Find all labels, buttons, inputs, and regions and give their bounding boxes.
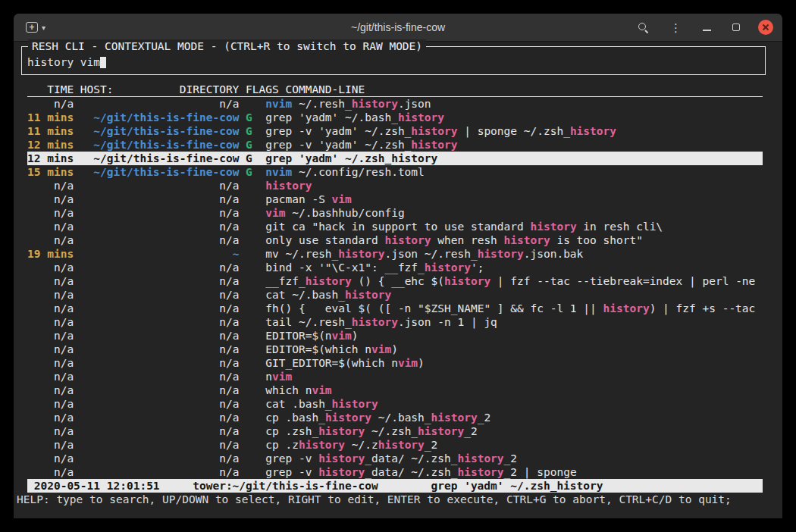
minimize-icon — [703, 30, 711, 31]
minimize-button[interactable] — [700, 20, 714, 34]
row-gap — [239, 371, 246, 383]
row-command-segment: () { __ehc $( — [352, 275, 444, 287]
row-gap — [239, 221, 246, 233]
history-row[interactable]: n/a n/a grep -v history_data/ ~/.zsh_his… — [27, 465, 763, 479]
row-command-segment: _2 — [504, 452, 517, 465]
row-time: n/a — [27, 193, 74, 205]
row-time: n/a — [27, 289, 74, 301]
row-gap — [74, 466, 80, 478]
history-row[interactable]: n/a n/a nvim — [27, 370, 763, 383]
history-row[interactable]: n/a n/a git ca "hack in support to use s… — [27, 220, 763, 233]
row-command-segment: grep -v 'yadm' ~/.zsh_ — [265, 139, 411, 151]
row-time: n/a — [27, 357, 74, 369]
history-row[interactable]: n/a n/a cp .zsh_history ~/.zsh_history_2 — [27, 424, 763, 438]
history-row[interactable]: n/a n/a only use standard history when r… — [27, 233, 763, 247]
close-button[interactable] — [758, 20, 773, 35]
history-row[interactable]: n/a n/a which nvim — [27, 383, 763, 397]
row-gap — [239, 139, 246, 151]
row-time: n/a — [27, 261, 74, 274]
row-flags — [246, 316, 265, 328]
row-gap — [74, 384, 80, 396]
row-command-segment: in resh cli\ — [577, 221, 663, 233]
history-row[interactable]: n/a n/a history — [27, 179, 763, 192]
row-command-segment: | sponge ~/.zsh_ — [457, 125, 569, 137]
restore-button[interactable] — [729, 20, 743, 34]
history-row[interactable]: n/a n/a pacman -S vim — [27, 192, 763, 206]
history-row[interactable]: n/a n/a fh() { eval $( ([ -n "$ZSH_NAME"… — [27, 302, 763, 315]
row-gap — [74, 166, 80, 178]
row-time: n/a — [27, 275, 74, 287]
row-host-directory: ~/git/this-is-fine-cow — [80, 139, 240, 151]
search-query-text: history vim — [27, 56, 100, 68]
new-tab-button[interactable]: + ▾ — [23, 19, 49, 36]
history-row[interactable]: n/a n/a tail ~/.resh_history.json -n 1 |… — [27, 315, 763, 329]
row-host-directory: n/a — [80, 412, 240, 424]
search-icon — [637, 21, 649, 33]
menu-button[interactable]: ⋮ — [667, 19, 685, 36]
row-host-directory: n/a — [80, 98, 240, 110]
row-command-segment: git ca "hack in support to use standard — [265, 221, 530, 233]
row-gap — [239, 166, 246, 178]
history-row[interactable]: 15 mins ~/git/this-is-fine-cow G nvim ~/… — [27, 165, 763, 179]
row-flags — [246, 452, 265, 465]
row-command-segment: history — [345, 289, 391, 301]
history-row[interactable]: n/a n/a grep -v history_data/ ~/.zsh_his… — [27, 452, 763, 465]
row-gap — [239, 98, 246, 110]
row-command-segment: history — [338, 248, 384, 260]
row-command-segment: history — [478, 248, 524, 260]
row-command-segment: history — [325, 412, 371, 424]
row-command-segment: fh() { eval $( ([ -n "$ZSH_NAME" ] && fc… — [265, 302, 603, 315]
history-row[interactable]: 11 mins ~/git/this-is-fine-cow G grep -v… — [27, 124, 763, 138]
row-command-segment: GIT_EDITOR=$(which n — [265, 357, 398, 369]
row-flags — [246, 261, 265, 274]
row-command-segment: vim — [312, 384, 331, 396]
history-row[interactable]: n/a n/a __fzf_history () { __ehc $(histo… — [27, 274, 763, 288]
row-gap — [74, 139, 80, 151]
history-row[interactable]: n/a n/a vim ~/.bashhub/config — [27, 206, 763, 220]
resh-mode-title: RESH CLI - CONTEXTUAL MODE - (CTRL+R to … — [28, 39, 426, 53]
row-command-segment: cat .bash_ — [265, 398, 331, 410]
row-time: n/a — [27, 371, 74, 383]
history-row[interactable]: n/a n/a cp .zhistory ~/.zhistory_2 — [27, 438, 763, 452]
row-time: n/a — [27, 452, 74, 465]
history-row[interactable]: n/a n/a cat .bash_history — [27, 397, 763, 411]
row-flags — [246, 439, 265, 451]
history-row[interactable]: 11 mins ~/git/this-is-fine-cow G grep 'y… — [27, 111, 763, 124]
history-row[interactable]: n/a n/a EDITOR=$(nvim) — [27, 329, 763, 343]
history-row[interactable]: n/a n/a cp .bash_history ~/.bash_history… — [27, 411, 763, 424]
terminal-window: + ▾ ~/git/this-is-fine-cow ⋮ RESH — [14, 14, 782, 518]
row-host-directory: n/a — [80, 357, 240, 369]
row-host-directory: n/a — [80, 343, 240, 355]
row-flags: G — [246, 152, 265, 164]
row-time: n/a — [27, 439, 74, 451]
row-command-segment: ) — [391, 343, 398, 355]
row-flags — [246, 343, 265, 355]
history-row[interactable]: 19 mins ~ mv ~/.resh_history.json ~/.res… — [27, 247, 763, 261]
row-host-directory: ~/git/this-is-fine-cow — [80, 125, 240, 137]
row-command-segment: history — [352, 98, 398, 110]
history-row[interactable]: 12 mins ~/git/this-is-fine-cow G grep -v… — [27, 138, 763, 152]
history-row[interactable]: n/a n/a bind -x '"\C-x1": __fzf_history'… — [27, 261, 763, 274]
row-command-segment: history — [265, 180, 312, 192]
row-command-segment: pacman -S — [265, 193, 331, 205]
history-row-selected[interactable]: 12 mins ~/git/this-is-fine-cow G grep 'y… — [27, 152, 763, 165]
row-gap — [74, 125, 80, 137]
row-command-segment: history — [299, 439, 345, 451]
row-command-segment: vim — [265, 207, 285, 219]
row-command-segment: .json — [398, 98, 431, 110]
row-command-segment: .json ~/.resh_ — [384, 248, 477, 260]
row-gap — [239, 207, 246, 219]
history-row[interactable]: n/a n/a GIT_EDITOR=$(which nvim) — [27, 356, 763, 370]
history-row[interactable]: n/a n/a nvim ~/.resh_history.json — [27, 97, 763, 111]
row-command-segment: is too short" — [550, 234, 643, 246]
history-row[interactable]: n/a n/a cat ~/.bash_history — [27, 288, 763, 302]
row-gap — [74, 234, 80, 246]
search-button[interactable] — [634, 18, 652, 36]
row-command-segment: grep 'yadm' ~/.zsh_history — [265, 152, 437, 164]
row-time: 11 mins — [27, 125, 74, 137]
history-row[interactable]: n/a n/a EDITOR=$(which nvim) — [27, 343, 763, 356]
row-time: n/a — [27, 466, 74, 478]
row-flags — [246, 98, 265, 110]
row-command-segment: history — [444, 275, 490, 287]
row-time: n/a — [27, 234, 74, 246]
